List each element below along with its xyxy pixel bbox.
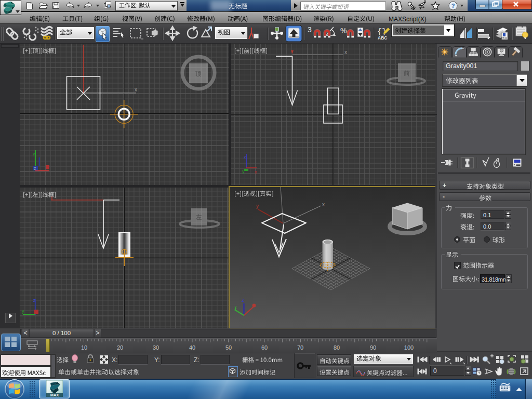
svg-text:40: 40	[189, 344, 195, 351]
svg-text:z: z	[34, 166, 36, 171]
svg-text:70: 70	[297, 344, 303, 351]
svg-text:20: 20	[117, 344, 123, 351]
svg-text:y: y	[242, 169, 245, 174]
svg-text:x: x	[344, 49, 347, 55]
svg-text:30: 30	[153, 344, 159, 351]
svg-text:y: y	[22, 309, 24, 314]
svg-text:x: x	[255, 169, 257, 175]
svg-text:60: 60	[261, 344, 268, 351]
svg-text:ABC: ABC	[378, 35, 387, 41]
svg-text:10: 10	[81, 344, 87, 351]
svg-text:左: 左	[195, 214, 202, 221]
svg-text:前: 前	[404, 70, 410, 77]
svg-text:3: 3	[308, 25, 312, 34]
svg-text:?: ?	[451, 3, 455, 9]
svg-text:MAX: MAX	[50, 393, 59, 397]
svg-text:z: z	[33, 298, 36, 303]
svg-text:顶: 顶	[195, 70, 202, 77]
svg-text:50: 50	[225, 344, 232, 351]
svg-text:%: %	[340, 26, 347, 35]
svg-text:z: z	[244, 154, 246, 159]
svg-text:100: 100	[404, 344, 414, 351]
svg-text:90: 90	[370, 344, 376, 351]
svg-text:y: y	[256, 203, 259, 209]
svg-text:y: y	[33, 151, 35, 156]
svg-text:80: 80	[334, 344, 340, 351]
svg-text:z: z	[242, 297, 244, 303]
svg-text:x: x	[135, 87, 137, 92]
svg-text:x: x	[322, 202, 325, 207]
